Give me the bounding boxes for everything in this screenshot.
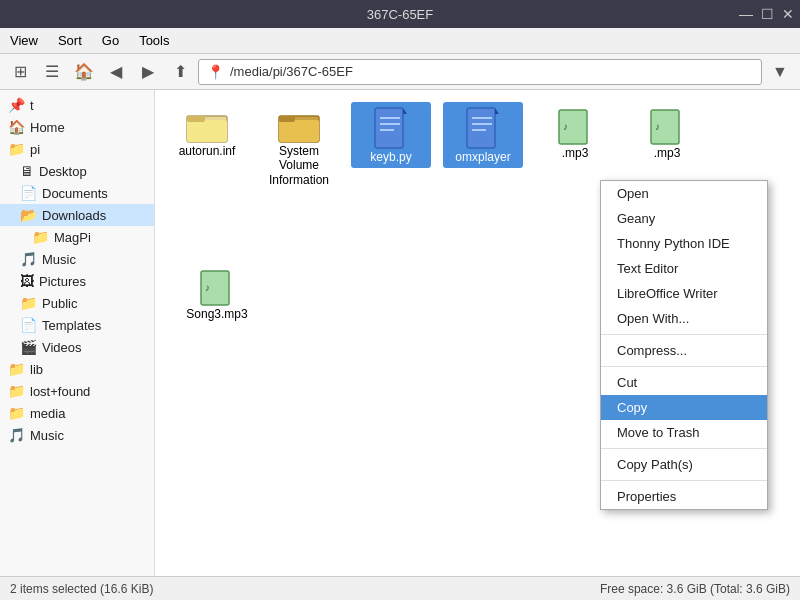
sidebar-item-home[interactable]: 🏠 Home — [0, 116, 154, 138]
folder-system-volume-icon — [277, 106, 321, 144]
ctx-open[interactable]: Open — [601, 181, 767, 206]
sidebar-item-documents[interactable]: 📄 Documents — [0, 182, 154, 204]
ctx-properties[interactable]: Properties — [601, 484, 767, 509]
menu-tools[interactable]: Tools — [135, 31, 173, 50]
address-bar[interactable]: 📍 /media/pi/367C-65EF — [198, 59, 762, 85]
music2-icon: 🎵 — [8, 427, 25, 443]
file-mp3-2[interactable]: ♪ .mp3 — [627, 102, 707, 164]
desktop-icon: 🖥 — [20, 163, 34, 179]
file-system-volume-label: System Volume Information — [263, 144, 335, 187]
file-keyb-py[interactable]: keyb.py — [351, 102, 431, 168]
documents-icon: 📄 — [20, 185, 37, 201]
forward-button[interactable]: ▶ — [134, 58, 162, 86]
mp3-2-icon: ♪ — [647, 106, 687, 146]
file-mp3-1[interactable]: ♪ .mp3 — [535, 102, 615, 164]
file-omxplayer[interactable]: omxplayer — [443, 102, 523, 168]
sidebar-item-t[interactable]: 📌 t — [0, 94, 154, 116]
sidebar-item-pictures[interactable]: 🖼 Pictures — [0, 270, 154, 292]
menu-sort[interactable]: Sort — [54, 31, 86, 50]
lostfound-icon: 📁 — [8, 383, 25, 399]
sidebar-label-videos: Videos — [42, 340, 82, 355]
menu-go[interactable]: Go — [98, 31, 123, 50]
sidebar-item-pi[interactable]: 📁 pi — [0, 138, 154, 160]
home-icon: 🏠 — [8, 119, 25, 135]
sidebar-label-desktop: Desktop — [39, 164, 87, 179]
sidebar-label-music2: Music — [30, 428, 64, 443]
song3-mp3-icon: ♪ — [197, 267, 237, 307]
icon-grid-view[interactable]: ⊞ — [6, 58, 34, 86]
file-mp3-2-label: .mp3 — [654, 146, 681, 160]
sidebar-label-templates: Templates — [42, 318, 101, 333]
ctx-move-to-trash[interactable]: Move to Trash — [601, 420, 767, 445]
address-bar-text: /media/pi/367C-65EF — [230, 64, 353, 79]
up-button[interactable]: ⬆ — [166, 58, 194, 86]
dropdown-button[interactable]: ▼ — [766, 58, 794, 86]
sidebar-label-media: media — [30, 406, 65, 421]
ctx-thonny[interactable]: Thonny Python IDE — [601, 231, 767, 256]
home-button[interactable]: 🏠 — [70, 58, 98, 86]
magpi-icon: 📁 — [32, 229, 49, 245]
ctx-sep3 — [601, 448, 767, 449]
address-bar-icon: 📍 — [207, 64, 224, 80]
sidebar-item-public[interactable]: 📁 Public — [0, 292, 154, 314]
file-song3-mp3-label: Song3.mp3 — [186, 307, 247, 321]
sidebar-label-lib: lib — [30, 362, 43, 377]
sidebar-label-t: t — [30, 98, 34, 113]
menu-bar: View Sort Go Tools — [0, 28, 800, 54]
sidebar-item-videos[interactable]: 🎬 Videos — [0, 336, 154, 358]
sidebar-item-desktop[interactable]: 🖥 Desktop — [0, 160, 154, 182]
svg-text:♪: ♪ — [655, 121, 660, 132]
ctx-cut[interactable]: Cut — [601, 370, 767, 395]
title-bar: 367C-65EF — ☐ ✕ — [0, 0, 800, 28]
ctx-libreoffice[interactable]: LibreOffice Writer — [601, 281, 767, 306]
toolbar: ⊞ ☰ 🏠 ◀ ▶ ⬆ 📍 /media/pi/367C-65EF ▼ — [0, 54, 800, 90]
sidebar-item-downloads[interactable]: 📂 Downloads — [0, 204, 154, 226]
sidebar-label-documents: Documents — [42, 186, 108, 201]
py-file-icon — [372, 106, 410, 150]
main-content: 📌 t 🏠 Home 📁 pi 🖥 Desktop 📄 Documents 📂 … — [0, 90, 800, 576]
ctx-text-editor[interactable]: Text Editor — [601, 256, 767, 281]
sidebar-item-templates[interactable]: 📄 Templates — [0, 314, 154, 336]
sidebar-item-magpi[interactable]: 📁 MagPi — [0, 226, 154, 248]
maximize-button[interactable]: ☐ — [761, 6, 774, 22]
sidebar-item-music2[interactable]: 🎵 Music — [0, 424, 154, 446]
minimize-button[interactable]: — — [739, 6, 753, 22]
file-keyb-py-label: keyb.py — [370, 150, 411, 164]
file-song3-mp3[interactable]: ♪ Song3.mp3 — [177, 263, 257, 325]
svg-rect-5 — [279, 116, 295, 122]
ctx-compress[interactable]: Compress... — [601, 338, 767, 363]
svg-rect-6 — [375, 108, 403, 148]
sidebar-item-lostfound[interactable]: 📁 lost+found — [0, 380, 154, 402]
sidebar-item-lib[interactable]: 📁 lib — [0, 358, 154, 380]
back-button[interactable]: ◀ — [102, 58, 130, 86]
sidebar-item-music[interactable]: 🎵 Music — [0, 248, 154, 270]
file-system-volume[interactable]: System Volume Information — [259, 102, 339, 191]
menu-view[interactable]: View — [6, 31, 42, 50]
file-autorun[interactable]: autorun.inf — [167, 102, 247, 162]
ctx-copy[interactable]: Copy — [601, 395, 767, 420]
sidebar-item-media[interactable]: 📁 media — [0, 402, 154, 424]
folder-icon: 📁 — [8, 141, 25, 157]
sidebar: 📌 t 🏠 Home 📁 pi 🖥 Desktop 📄 Documents 📂 … — [0, 90, 155, 576]
svg-rect-1 — [187, 120, 227, 142]
downloads-icon: 📂 — [20, 207, 37, 223]
status-bar: 2 items selected (16.6 KiB) Free space: … — [0, 576, 800, 600]
ctx-open-with[interactable]: Open With... — [601, 306, 767, 331]
sidebar-label-music: Music — [42, 252, 76, 267]
file-area: autorun.inf System Volume Information — [155, 90, 800, 576]
close-button[interactable]: ✕ — [782, 6, 794, 22]
ctx-geany[interactable]: Geany — [601, 206, 767, 231]
sidebar-label-pictures: Pictures — [39, 274, 86, 289]
window-controls: — ☐ ✕ — [739, 6, 794, 22]
svg-rect-2 — [187, 116, 205, 122]
sidebar-label-lostfound: lost+found — [30, 384, 90, 399]
py-omxplayer-icon — [464, 106, 502, 150]
svg-rect-11 — [467, 108, 495, 148]
sidebar-label-home: Home — [30, 120, 65, 135]
ctx-copy-path[interactable]: Copy Path(s) — [601, 452, 767, 477]
file-omxplayer-label: omxplayer — [455, 150, 510, 164]
public-icon: 📁 — [20, 295, 37, 311]
pictures-icon: 🖼 — [20, 273, 34, 289]
status-selected: 2 items selected (16.6 KiB) — [10, 582, 153, 596]
icon-list-view[interactable]: ☰ — [38, 58, 66, 86]
